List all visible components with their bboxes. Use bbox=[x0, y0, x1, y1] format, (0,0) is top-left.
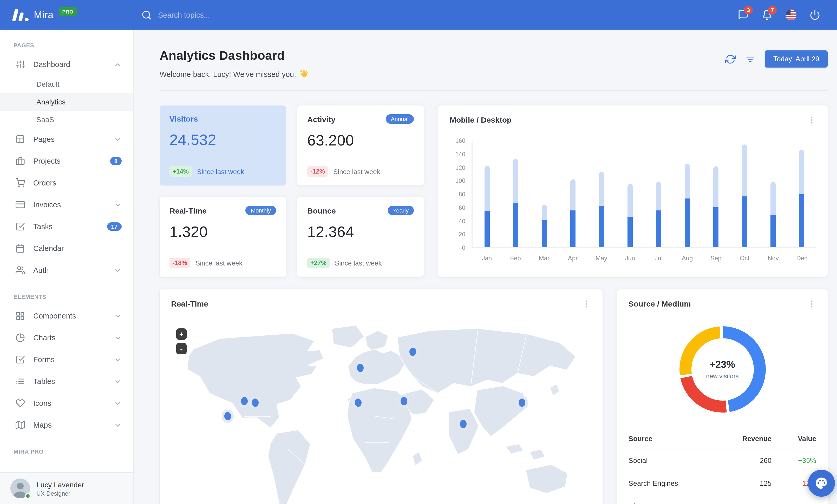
chevron-down-icon bbox=[114, 135, 122, 143]
map-marker-2[interactable] bbox=[241, 397, 248, 405]
source-table-header: SourceRevenueValue bbox=[628, 428, 816, 449]
map-marker-1[interactable] bbox=[224, 412, 231, 420]
sign-out-button[interactable] bbox=[803, 4, 826, 25]
bar-chart-plot bbox=[471, 141, 816, 248]
language-button[interactable] bbox=[779, 4, 803, 25]
sidebar-subitem-saas[interactable]: SaaS bbox=[0, 111, 133, 128]
filter-button[interactable] bbox=[745, 54, 755, 64]
bar-jun[interactable] bbox=[616, 141, 644, 247]
x-axis-label: Nov bbox=[759, 255, 788, 262]
table-row: Social260+35% bbox=[628, 449, 816, 472]
chevron-down-icon bbox=[114, 399, 122, 407]
x-axis-label: Sep bbox=[701, 255, 730, 262]
sidebar-item-label: Pages bbox=[33, 135, 114, 144]
stat-caption: Since last week bbox=[335, 259, 382, 267]
bar-segment-mobile bbox=[656, 210, 661, 247]
map-marker-3[interactable] bbox=[252, 399, 259, 407]
refresh-button[interactable] bbox=[726, 54, 736, 64]
brand-logo[interactable]: Mira PRO bbox=[0, 8, 125, 21]
avatar bbox=[11, 479, 30, 498]
sidebar-section-label: ELEMENTS bbox=[0, 281, 133, 305]
sidebar-item-calendar[interactable]: Calendar bbox=[0, 238, 133, 259]
sidebar-item-components[interactable]: Components bbox=[0, 305, 133, 327]
notifications-button[interactable]: 7 bbox=[755, 4, 779, 25]
sidebar-item-tasks[interactable]: Tasks17 bbox=[0, 216, 133, 238]
bar-apr[interactable] bbox=[558, 141, 587, 247]
stat-card-real-time: Real-TimeMonthly1.320-18%Since last week bbox=[160, 197, 286, 277]
bar-nov[interactable] bbox=[759, 141, 788, 247]
sidebar-item-orders[interactable]: Orders bbox=[0, 172, 133, 194]
header-divider bbox=[160, 90, 827, 91]
chevron-down-icon bbox=[114, 377, 122, 385]
donut-center-label: new visitors bbox=[706, 373, 738, 380]
sidebar-item-pages[interactable]: Pages bbox=[0, 128, 133, 150]
sidebar-item-badge: 8 bbox=[110, 157, 122, 165]
sidebar-item-tables[interactable]: Tables bbox=[0, 371, 133, 392]
table-cell-source: Search Engines bbox=[628, 480, 709, 487]
sidebar-item-invoices[interactable]: Invoices bbox=[0, 194, 133, 216]
bar-feb[interactable] bbox=[501, 141, 530, 247]
search-icon bbox=[141, 10, 152, 20]
sidebar-item-label: Projects bbox=[33, 157, 110, 165]
sidebar-item-dashboard[interactable]: Dashboard bbox=[0, 54, 133, 75]
map-marker-6[interactable] bbox=[409, 348, 416, 356]
bar-jul[interactable] bbox=[644, 141, 673, 247]
sidebar-subitem-analytics[interactable]: Analytics bbox=[0, 93, 133, 111]
global-search bbox=[141, 10, 283, 20]
bar-mar[interactable] bbox=[530, 141, 558, 247]
search-input[interactable] bbox=[158, 11, 283, 19]
theme-settings-fab[interactable] bbox=[808, 470, 835, 497]
bar-segment-desktop bbox=[742, 144, 747, 197]
bar-may[interactable] bbox=[587, 141, 616, 247]
messages-button[interactable]: 3 bbox=[731, 4, 755, 25]
x-axis-label: Mar bbox=[530, 255, 558, 262]
cart-icon bbox=[16, 178, 25, 188]
map-marker-8[interactable] bbox=[460, 420, 466, 428]
page-title: Analytics Dashboard bbox=[160, 48, 308, 63]
source-menu-button[interactable] bbox=[807, 299, 816, 309]
table-cell-source: Direct bbox=[628, 502, 709, 504]
date-range-button[interactable]: Today: April 29 bbox=[765, 50, 827, 68]
map-marker-7[interactable] bbox=[401, 397, 408, 405]
bar-segment-desktop bbox=[713, 166, 718, 207]
table-header-cell: Revenue bbox=[709, 435, 771, 443]
source-table: SourceRevenueValueSocial260+35%Search En… bbox=[628, 428, 816, 504]
bar-oct[interactable] bbox=[730, 141, 759, 247]
map-marker-4[interactable] bbox=[357, 364, 363, 372]
sidebar-user[interactable]: Lucy Lavender UX Designer bbox=[0, 472, 133, 504]
map-marker-5[interactable] bbox=[355, 399, 361, 407]
grid-icon bbox=[16, 311, 25, 321]
chevron-down-icon bbox=[114, 312, 122, 320]
sidebar-item-forms[interactable]: Forms bbox=[0, 349, 133, 371]
map-zoom-in-button[interactable]: + bbox=[176, 329, 186, 340]
bar-aug[interactable] bbox=[673, 141, 701, 247]
x-axis-label: May bbox=[587, 255, 616, 262]
bar-segment-desktop bbox=[513, 159, 518, 202]
map-marker-9[interactable] bbox=[518, 399, 525, 407]
bar-dec[interactable] bbox=[788, 141, 816, 247]
bar-jan[interactable] bbox=[473, 141, 501, 247]
layout-icon bbox=[16, 135, 25, 144]
map-zoom-out-button[interactable]: - bbox=[176, 343, 186, 354]
sidebar-item-auth[interactable]: Auth bbox=[0, 259, 133, 281]
calendar-icon bbox=[16, 244, 25, 253]
map-menu-button[interactable] bbox=[582, 299, 591, 309]
bar-sep[interactable] bbox=[701, 141, 730, 247]
sidebar-item-label: Icons bbox=[33, 399, 114, 407]
chart-menu-button[interactable] bbox=[807, 115, 816, 125]
sidebar-item-charts[interactable]: Charts bbox=[0, 327, 133, 349]
list-icon bbox=[16, 377, 25, 386]
y-axis-tick: 80 bbox=[459, 191, 465, 198]
table-cell-value: +46% bbox=[771, 502, 816, 504]
bar-segment-mobile bbox=[799, 194, 804, 247]
stat-period-badge: Monthly bbox=[246, 206, 276, 215]
sidebar-subitem-default[interactable]: Default bbox=[0, 75, 133, 93]
sidebar-item-projects[interactable]: Projects8 bbox=[0, 150, 133, 172]
sliders-icon bbox=[16, 60, 25, 69]
x-axis-label: Feb bbox=[501, 255, 530, 262]
x-axis-label: Jun bbox=[616, 255, 644, 262]
sidebar-item-maps[interactable]: Maps bbox=[0, 414, 133, 436]
bar-chart: 020406080100120140160 bbox=[450, 141, 816, 248]
sidebar-item-icons[interactable]: Icons bbox=[0, 392, 133, 414]
y-axis-tick: 100 bbox=[456, 178, 465, 184]
